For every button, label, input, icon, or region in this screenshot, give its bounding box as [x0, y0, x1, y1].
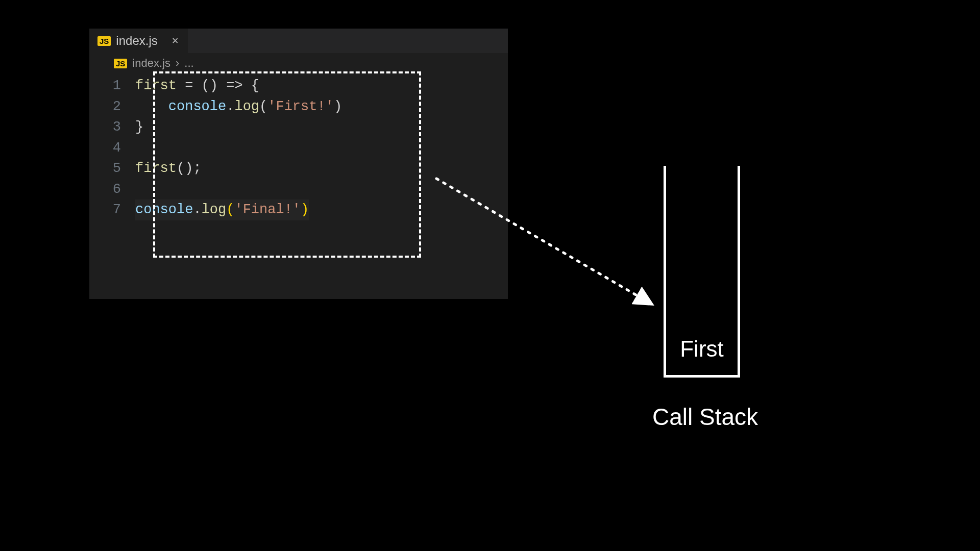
code-line[interactable]: 1first = () => {: [104, 76, 508, 96]
line-number: 3: [104, 117, 135, 138]
code-line[interactable]: 4: [104, 138, 508, 159]
line-number: 7: [104, 199, 135, 220]
breadcrumb[interactable]: JS index.js › ...: [89, 53, 508, 73]
code-line[interactable]: 5first();: [104, 158, 508, 179]
breadcrumb-tail: ...: [184, 57, 193, 70]
call-stack-label: Call Stack: [652, 403, 758, 431]
code-line[interactable]: 3}: [104, 117, 508, 138]
line-number: 2: [104, 96, 135, 117]
line-number: 1: [104, 76, 135, 96]
line-number: 5: [104, 158, 135, 179]
line-number: 6: [104, 179, 135, 200]
line-content: [135, 138, 143, 159]
code-area[interactable]: 1first = () => {2 console.log('First!')3…: [89, 73, 508, 220]
line-content: }: [135, 117, 143, 138]
line-content: console.log('Final!'): [135, 199, 309, 220]
line-content: [135, 179, 143, 200]
tab-bar: JS index.js ×: [89, 29, 508, 53]
code-editor-panel: JS index.js × JS index.js › ... 1first =…: [89, 29, 508, 299]
call-stack-frame: First: [680, 331, 724, 375]
code-line[interactable]: 7console.log('Final!'): [104, 199, 508, 220]
line-number: 4: [104, 138, 135, 159]
tab-filename: index.js: [116, 34, 157, 48]
js-lang-icon: JS: [114, 59, 127, 68]
code-line[interactable]: 6: [104, 179, 508, 200]
line-content: console.log('First!'): [135, 96, 342, 117]
line-content: first = () => {: [135, 76, 259, 96]
call-stack-container: First: [664, 166, 740, 378]
code-line[interactable]: 2 console.log('First!'): [104, 96, 508, 117]
line-content: first();: [135, 158, 202, 179]
js-lang-icon: JS: [97, 36, 111, 46]
close-icon[interactable]: ×: [163, 34, 179, 47]
chevron-right-icon: ›: [176, 57, 179, 70]
tab-index-js[interactable]: JS index.js ×: [89, 29, 188, 53]
breadcrumb-file: index.js: [132, 57, 170, 70]
